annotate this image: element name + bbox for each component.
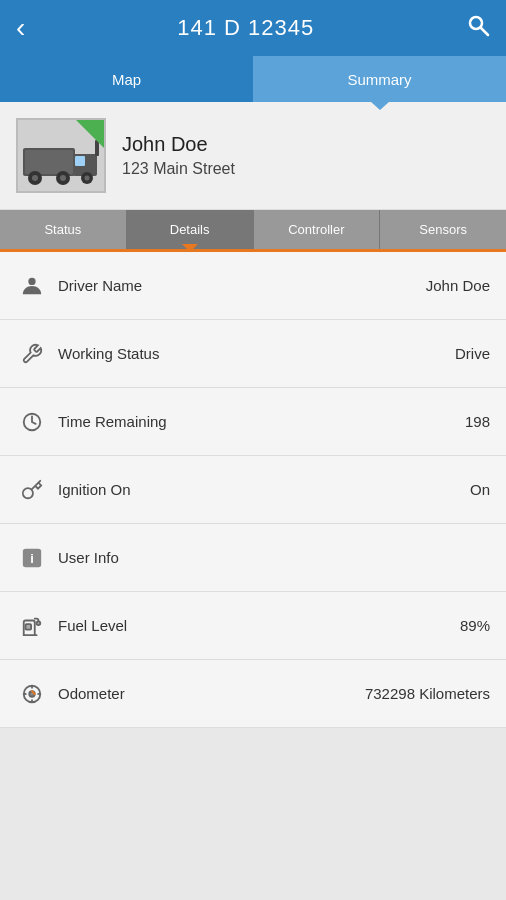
svg-point-9 — [60, 175, 66, 181]
driver-name-label: Driver Name — [58, 277, 426, 294]
subtab-controller[interactable]: Controller — [254, 210, 381, 249]
header-title: 141 D 12345 — [177, 15, 314, 41]
driver-address: 123 Main Street — [122, 160, 235, 178]
clock-icon — [16, 411, 48, 433]
app-header: ‹ 141 D 12345 — [0, 0, 506, 56]
profile-info: John Doe 123 Main Street — [122, 133, 235, 178]
row-user-info: i User Info — [0, 524, 506, 592]
subtab-status[interactable]: Status — [0, 210, 127, 249]
time-remaining-value: 198 — [465, 413, 490, 430]
data-rows: Driver Name John Doe Working Status Driv… — [0, 252, 506, 728]
subtab-sensors[interactable]: Sensors — [380, 210, 506, 249]
key-icon — [16, 479, 48, 501]
svg-rect-5 — [75, 156, 85, 166]
ignition-value: On — [470, 481, 490, 498]
status-badge — [76, 120, 104, 148]
odometer-icon — [16, 683, 48, 705]
working-status-value: Drive — [455, 345, 490, 362]
time-remaining-label: Time Remaining — [58, 413, 465, 430]
row-fuel-level: Fuel Level 89% — [0, 592, 506, 660]
row-odometer: Odometer 732298 Kilometers — [0, 660, 506, 728]
tab-summary[interactable]: Summary — [253, 56, 506, 102]
row-driver-name: Driver Name John Doe — [0, 252, 506, 320]
working-status-label: Working Status — [58, 345, 455, 362]
svg-rect-3 — [25, 150, 73, 174]
profile-section: John Doe 123 Main Street — [0, 102, 506, 210]
fuel-level-label: Fuel Level — [58, 617, 460, 634]
odometer-label: Odometer — [58, 685, 365, 702]
back-button[interactable]: ‹ — [16, 12, 25, 44]
svg-text:i: i — [30, 550, 34, 565]
driver-name: John Doe — [122, 133, 235, 156]
fuel-level-value: 89% — [460, 617, 490, 634]
tab-map[interactable]: Map — [0, 56, 253, 102]
odometer-value: 732298 Kilometers — [365, 685, 490, 702]
subtab-bar: Status Details Controller Sensors — [0, 210, 506, 252]
fuel-icon — [16, 615, 48, 637]
svg-point-13 — [28, 277, 35, 284]
person-icon — [16, 275, 48, 297]
truck-avatar — [16, 118, 106, 193]
svg-point-7 — [32, 175, 38, 181]
svg-point-19 — [37, 621, 41, 625]
svg-rect-18 — [26, 624, 31, 630]
row-time-remaining: Time Remaining 198 — [0, 388, 506, 456]
driver-name-value: John Doe — [426, 277, 490, 294]
info-icon: i — [16, 547, 48, 569]
wrench-icon — [16, 343, 48, 365]
subtab-details[interactable]: Details — [127, 210, 254, 249]
svg-point-11 — [85, 175, 90, 180]
svg-line-1 — [481, 28, 488, 35]
user-info-label: User Info — [58, 549, 490, 566]
tab-bar: Map Summary — [0, 56, 506, 102]
search-icon[interactable] — [466, 13, 490, 43]
ignition-label: Ignition On — [58, 481, 470, 498]
row-ignition: Ignition On On — [0, 456, 506, 524]
row-working-status: Working Status Drive — [0, 320, 506, 388]
